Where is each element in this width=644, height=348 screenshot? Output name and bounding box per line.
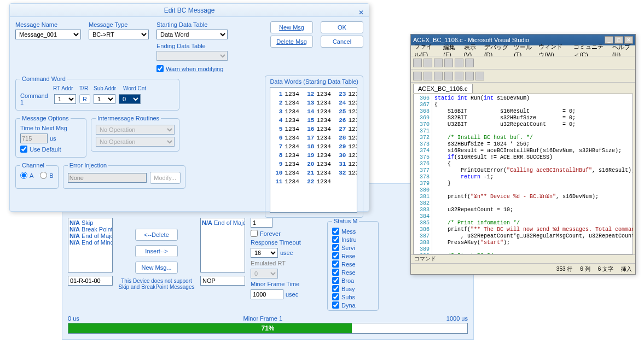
- status-checkbox[interactable]: Broa: [332, 277, 374, 284]
- progress-right: 1000 us: [446, 315, 468, 322]
- progress-percent: 71%: [68, 324, 467, 332]
- menu-item[interactable]: デバッグ(D): [484, 43, 508, 58]
- progress-left: 0 us: [68, 315, 79, 322]
- message-type-label: Message Type: [89, 21, 149, 28]
- error-injection-fieldset: Error Injection Modify...: [63, 162, 185, 189]
- menu-item[interactable]: 表示(V): [464, 43, 479, 58]
- ending-table-label: Ending Data Table: [156, 43, 228, 49]
- channel-a-radio[interactable]: [20, 172, 27, 179]
- minor-frame-input[interactable]: [251, 289, 283, 299]
- response-timeout-label: Response Timeout: [251, 239, 322, 246]
- dialog-title: Edit BC Message: [164, 7, 215, 14]
- toolbar-icon[interactable]: [444, 72, 453, 80]
- message-type-select[interactable]: BC->RT: [89, 30, 149, 39]
- menu-item[interactable]: 編集(E): [443, 43, 458, 58]
- emulated-rt-label: Emulated RT: [251, 260, 322, 266]
- delete-button[interactable]: <--Delete: [135, 229, 178, 241]
- starting-table-select[interactable]: Data Word: [156, 30, 228, 39]
- message-list-2[interactable]: N/A End of Major: [200, 218, 245, 272]
- toolbar-icon[interactable]: [455, 72, 463, 80]
- toolbar-icon[interactable]: [423, 72, 432, 80]
- insert-button[interactable]: Insert-->: [135, 245, 178, 257]
- status-checkbox[interactable]: Mess: [332, 228, 374, 235]
- device-warning: This Device does not support Skip and Br…: [118, 278, 195, 290]
- message-options-fieldset: Message Options Time to Next Msg us Use …: [15, 115, 86, 158]
- status-checkbox[interactable]: Rese: [332, 269, 374, 276]
- response-timeout-select[interactable]: 16: [251, 248, 278, 258]
- channel-fieldset: Channel A B: [15, 162, 59, 189]
- status-checkbox[interactable]: Servi: [332, 244, 374, 251]
- status-checkbox[interactable]: Dyna: [332, 301, 374, 309]
- toolbar-icon[interactable]: [475, 72, 484, 80]
- status-checkbox[interactable]: Terminal Flag: [332, 310, 374, 311]
- progress-bar: 71%: [68, 323, 468, 334]
- dialog-title-bar: Edit BC Message ✕: [10, 4, 369, 17]
- data-words-box[interactable]: 1123412123423123421234131234241234312341…: [270, 87, 357, 213]
- status-checkbox[interactable]: Subs: [332, 293, 374, 300]
- minor-frame-label: Minor Frame Time: [251, 281, 322, 287]
- channel-b-radio[interactable]: [40, 172, 47, 179]
- toolbar-icon[interactable]: [434, 59, 443, 67]
- vs-menubar[interactable]: ファイル(F)編集(E)表示(V)デバッグ(D)ツール(T)ウィンドウ(W)コミ…: [411, 45, 635, 56]
- message-name-select[interactable]: Message_001: [15, 30, 81, 39]
- emulated-rt-select: 0: [251, 269, 278, 279]
- status-checkbox[interactable]: Instru: [332, 236, 374, 243]
- vs-toolbar[interactable]: [411, 56, 635, 69]
- visual-studio-window: ACEX_BC_1106.c - Microsoft Visual Studio…: [410, 34, 636, 275]
- delete-msg-button[interactable]: Delete Msg: [270, 36, 313, 48]
- sub-addr-select[interactable]: 1: [94, 94, 115, 104]
- word-cnt-select[interactable]: 0: [119, 94, 141, 104]
- forever-checkbox[interactable]: [251, 230, 258, 237]
- intermsg-select-2: No Operation: [96, 137, 175, 147]
- toolbar-icon[interactable]: [455, 59, 463, 67]
- intermsg-select-1: No Operation: [96, 125, 175, 135]
- nop-field[interactable]: [200, 276, 245, 286]
- vs-toolbar-2[interactable]: [411, 69, 635, 83]
- cancel-button[interactable]: Cancel: [321, 36, 363, 48]
- ending-table-select: [156, 51, 228, 61]
- rt-addr-select[interactable]: 1: [54, 94, 76, 104]
- menu-item[interactable]: ヘルプ(H): [612, 43, 632, 58]
- toolbar-icon[interactable]: [423, 59, 432, 67]
- new-msg-button[interactable]: New Msg...: [135, 262, 178, 274]
- toolbar-icon[interactable]: [444, 59, 453, 67]
- forever-label: Forever: [260, 230, 281, 237]
- tr-button[interactable]: R: [79, 94, 90, 104]
- message-list-1[interactable]: N/A Skip N/A Break Point N/A End of Majo…: [68, 218, 113, 272]
- time-input: [20, 134, 48, 143]
- status-checkbox[interactable]: Busy: [332, 285, 374, 292]
- ok-button[interactable]: OK: [321, 21, 363, 33]
- vs-status-bar: 353 行 6 列 6 文字 挿入: [411, 263, 635, 274]
- vs-cmd-label: コマンド: [411, 254, 635, 263]
- vs-code-editor[interactable]: 366 367 368 369 370 371 372 373 374 375 …: [413, 94, 633, 254]
- vs-tab[interactable]: ACEX_BC_1106.c: [413, 84, 473, 93]
- toolbar-icon[interactable]: [465, 72, 474, 80]
- use-default-checkbox[interactable]: [20, 146, 27, 153]
- edit-bc-message-dialog: Edit BC Message ✕ Message Name Message_0…: [9, 3, 369, 212]
- modify-button: Modify...: [150, 172, 181, 184]
- maximize-icon[interactable]: □: [614, 36, 623, 44]
- warn-label: Warn when modifying: [166, 66, 223, 72]
- starting-table-label: Starting Data Table: [156, 21, 228, 28]
- close-icon[interactable]: ✕: [624, 36, 633, 44]
- data-words-title: Data Words (Starting Data Table): [270, 78, 358, 85]
- errinj-input: [68, 173, 147, 183]
- close-icon[interactable]: ✕: [357, 6, 365, 15]
- progress-mid: Minor Frame 1: [243, 315, 283, 322]
- toolbar-icon[interactable]: [465, 59, 474, 67]
- status-checkbox[interactable]: Rese: [332, 260, 374, 268]
- toolbar-icon[interactable]: [413, 59, 422, 67]
- status-checkbox[interactable]: Rese: [332, 252, 374, 259]
- menu-item[interactable]: ツール(T): [514, 43, 533, 58]
- message-name-label: Message Name: [15, 21, 81, 28]
- intermessage-fieldset: Intermessage Routines No Operation No Op…: [91, 115, 179, 152]
- command-word-fieldset: Command Word RT Addr T/R Sub Addr Word C…: [15, 76, 179, 111]
- toolbar-icon[interactable]: [434, 72, 443, 80]
- frame-code[interactable]: [68, 276, 113, 286]
- warn-checkbox[interactable]: [156, 65, 164, 72]
- new-msg-button[interactable]: New Msg: [270, 21, 313, 33]
- toolbar-icon[interactable]: [413, 72, 422, 80]
